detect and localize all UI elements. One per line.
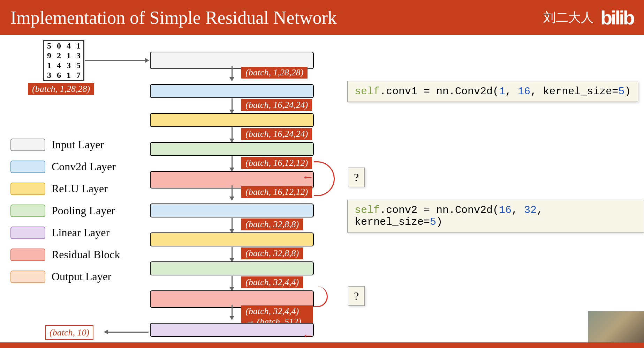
- legend-label: Linear Layer: [52, 226, 109, 239]
- legend-row: Linear Layer: [10, 226, 120, 239]
- input-shape-badge: (batch, 1,28,28): [28, 83, 94, 95]
- dimension-badge: (batch, 1,28,28): [241, 67, 308, 79]
- legend-swatch: [10, 161, 45, 173]
- code-arg-b: 16: [518, 86, 530, 97]
- mnist-digit: 0: [54, 41, 64, 51]
- page-title: Implementation of Simple Residual Networ…: [10, 7, 337, 28]
- dimension-badge: (batch, 32,8,8): [241, 247, 303, 259]
- legend-row: Pooling Layer: [10, 204, 120, 217]
- mnist-digit: 1: [44, 60, 54, 70]
- mnist-digit: 2: [54, 51, 64, 60]
- mnist-sample-grid: 5041921314353617: [43, 40, 84, 81]
- mnist-digit: 3: [64, 60, 74, 70]
- code-text: .conv1 = nn.Conv2d(: [380, 86, 499, 97]
- code-conv2: self.conv2 = nn.Conv2d(16, 32, kernel_si…: [347, 200, 644, 232]
- legend-label: ReLU Layer: [52, 182, 108, 195]
- legend-row: Input Layer: [10, 138, 120, 151]
- down-arrow-icon: [232, 276, 233, 290]
- legend-swatch: [10, 249, 45, 261]
- legend-label: Residual Block: [52, 248, 120, 261]
- legend-row: Residual Block: [10, 248, 120, 261]
- layer-block: (batch, 32,8,8): [150, 232, 314, 246]
- bilibili-logo-icon: bilib: [600, 6, 634, 29]
- mnist-digit: 4: [54, 60, 64, 70]
- dimension-badge: (batch, 16,24,24): [241, 128, 312, 140]
- content-area: 5041921314353617 (batch, 1,28,28) (batch…: [0, 35, 644, 348]
- dimension-badge: (batch, 16,24,24): [241, 99, 312, 111]
- layer-block: (batch, 16,24,24): [150, 113, 314, 127]
- layer-block: (batch, 1,28,28): [150, 52, 314, 69]
- code-arg-a: 16: [499, 204, 512, 216]
- stack-to-output-arrow-icon: [105, 332, 149, 333]
- input-to-stack-arrow-icon: [85, 60, 149, 61]
- header-right: 刘二大人 bilib: [543, 6, 634, 29]
- footer-bar: [0, 342, 644, 348]
- down-arrow-icon: [232, 66, 233, 81]
- layer-block: [150, 323, 314, 337]
- down-arrow-icon: [232, 156, 233, 171]
- legend-label: Pooling Layer: [52, 204, 115, 217]
- legend-row: Conv2d Layer: [10, 160, 120, 173]
- layer-block: (batch, 16,12,12): [150, 142, 314, 156]
- down-arrow-icon: [232, 185, 233, 200]
- red-arrow-annotation-3: ←: [302, 329, 314, 342]
- layer-block: (batch, 32,4,4): [150, 261, 314, 275]
- code-conv1: self.conv1 = nn.Conv2d(1, 16, kernel_siz…: [347, 81, 638, 102]
- mnist-digit: 5: [74, 60, 83, 70]
- code-end: ): [624, 86, 631, 97]
- mnist-digit: 4: [64, 41, 74, 51]
- code-arg-a: 1: [499, 86, 505, 97]
- code-arg-b: 32: [524, 204, 537, 216]
- mnist-digit: 1: [74, 41, 83, 51]
- code-arg-c: 5: [618, 86, 624, 97]
- code-kw: kernel_size=: [543, 86, 618, 97]
- legend-swatch: [10, 183, 45, 195]
- legend-swatch: [10, 205, 45, 217]
- legend-swatch: [10, 271, 45, 283]
- mnist-digit: 1: [64, 51, 74, 60]
- legend: Input LayerConv2d LayerReLU LayerPooling…: [10, 138, 120, 292]
- mnist-digit: 3: [44, 70, 54, 80]
- layer-block: (batch, 32,4,4) → (batch, 512): [150, 290, 314, 308]
- legend-row: ReLU Layer: [10, 182, 120, 195]
- code-text: .conv2 = nn.Conv2d(: [380, 204, 499, 216]
- down-arrow-icon: [232, 305, 233, 319]
- legend-swatch: [10, 139, 45, 151]
- code-kw: kernel_size=: [355, 216, 430, 228]
- down-arrow-icon: [232, 127, 233, 142]
- mnist-digit: 3: [74, 51, 83, 60]
- header-bar: Implementation of Simple Residual Networ…: [0, 0, 644, 35]
- layer-stack: (batch, 1,28,28)(batch, 16,24,24)(batch,…: [150, 52, 314, 348]
- mnist-digit: 1: [64, 70, 74, 80]
- code-end: ): [436, 216, 442, 228]
- question-box-1: ?: [348, 168, 365, 187]
- dimension-badge: (batch, 32,4,4): [241, 276, 303, 288]
- layer-block: (batch, 16,24,24): [150, 84, 314, 98]
- mnist-digit: 6: [54, 70, 64, 80]
- dimension-badge: (batch, 32,8,8): [241, 219, 303, 230]
- layer-block: (batch, 32,8,8): [150, 203, 314, 217]
- down-arrow-icon: [232, 247, 233, 261]
- code-arg-c: 5: [430, 216, 436, 228]
- dimension-badge: (batch, 16,12,12): [241, 186, 312, 198]
- dimension-badge: (batch, 16,12,12): [241, 157, 312, 169]
- question-box-2: ?: [348, 286, 365, 306]
- legend-row: Output Layer: [10, 270, 120, 283]
- author-name: 刘二大人: [543, 9, 593, 26]
- red-curve-annotation-1: [314, 161, 335, 196]
- mnist-digit: 7: [74, 70, 83, 80]
- legend-label: Input Layer: [52, 138, 104, 151]
- down-arrow-icon: [232, 218, 233, 232]
- code-self: self: [355, 86, 380, 97]
- code-self: self: [355, 204, 380, 216]
- mnist-digit: 5: [44, 41, 54, 51]
- red-arrow-annotation-1: ←: [302, 170, 314, 184]
- legend-label: Conv2d Layer: [52, 160, 116, 173]
- output-shape-badge: (batch, 10): [45, 325, 93, 340]
- mnist-digit: 9: [44, 51, 54, 60]
- down-arrow-icon: [232, 98, 233, 113]
- legend-label: Output Layer: [52, 270, 112, 283]
- legend-swatch: [10, 227, 45, 239]
- layer-block: (batch, 16,12,12): [150, 171, 314, 188]
- red-curve-annotation-2: [314, 286, 328, 307]
